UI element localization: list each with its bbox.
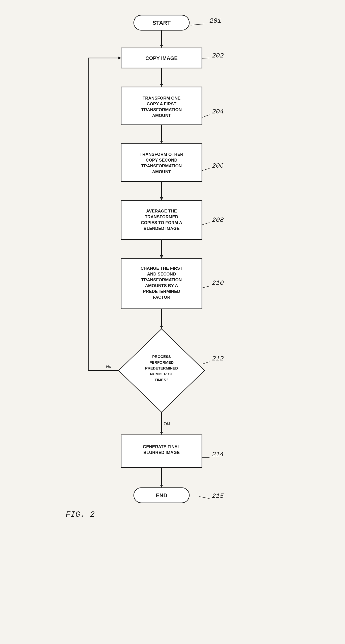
- ref-212: 212: [212, 355, 224, 362]
- change-line6: FACTOR: [153, 295, 170, 300]
- decision-line5: TIMES?: [155, 378, 169, 382]
- transform-other-line1: TRANSFORM OTHER: [140, 152, 183, 157]
- ref-206: 206: [212, 162, 224, 170]
- average-line3: COPIES TO FORM A: [141, 220, 182, 225]
- transform-one-line4: AMOUNT: [152, 113, 171, 118]
- average-line2: TRANSFORMED: [145, 214, 178, 219]
- generate-line1: GENERATE FINAL: [143, 444, 180, 449]
- change-line2: AND SECOND: [147, 272, 176, 277]
- decision-line1: PROCESS: [152, 354, 171, 359]
- end-label: END: [156, 492, 167, 499]
- average-line4: BLENDED IMAGE: [144, 226, 180, 231]
- transform-other-line2: COPY SECOND: [146, 158, 177, 163]
- transform-one-line2: COPY A FIRST: [147, 102, 176, 106]
- ref-210: 210: [212, 279, 224, 287]
- average-line1: AVERAGE THE: [146, 209, 177, 213]
- yes-label: Yes: [164, 421, 170, 425]
- figure-label: FIG. 2: [66, 510, 95, 519]
- average-box: [121, 200, 202, 239]
- generate-line2: BLURRED IMAGE: [143, 450, 180, 455]
- copy-image-label: COPY IMAGE: [145, 55, 177, 61]
- change-line4: AMOUNTS BY A: [145, 283, 178, 288]
- transform-other-line3: TRANSFORMATION: [141, 164, 182, 168]
- ref-201: 201: [209, 17, 221, 25]
- transform-one-line3: TRANSFORMATION: [141, 107, 182, 112]
- decision-line2: PERFORMED: [149, 360, 174, 364]
- ref-214: 214: [212, 451, 224, 458]
- change-line3: TRANSFORMATION: [141, 278, 182, 282]
- decision-line4: NUMBER OF: [150, 372, 173, 376]
- change-line1: CHANGE THE FIRST: [141, 266, 183, 271]
- no-label: No: [106, 364, 111, 369]
- flowchart-diagram: 201 START 202 COPY IMAGE 204 TRANSFORM O…: [0, 0, 345, 644]
- transform-other-box: [121, 144, 202, 181]
- ref-204: 204: [212, 108, 224, 115]
- change-line5: PREDETERMINED: [143, 289, 180, 294]
- ref-208: 208: [212, 216, 224, 224]
- ref-215: 215: [212, 492, 224, 500]
- transform-one-line1: TRANSFORM ONE: [143, 96, 180, 101]
- ref-202: 202: [212, 52, 224, 59]
- start-label: START: [152, 20, 171, 26]
- decision-line3: PREDETERMINED: [145, 366, 178, 370]
- transform-other-line4: AMOUNT: [152, 169, 171, 174]
